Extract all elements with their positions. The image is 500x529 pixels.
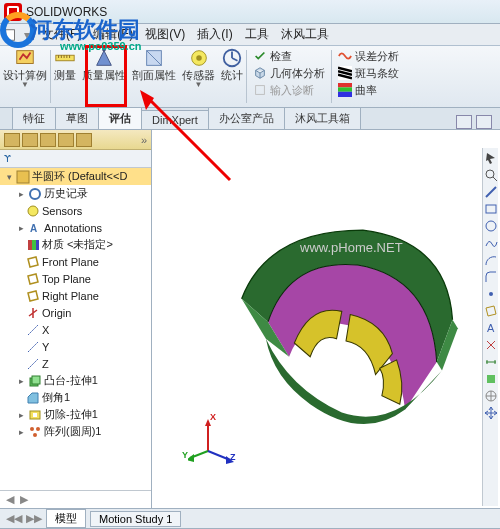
layout-icon[interactable] bbox=[456, 115, 472, 129]
tree-origin[interactable]: Origin bbox=[0, 304, 151, 321]
tree-material[interactable]: 材质 <未指定> bbox=[0, 236, 151, 253]
tree-axis-z[interactable]: Z bbox=[0, 355, 151, 372]
svg-point-40 bbox=[489, 292, 493, 296]
tree-front-plane[interactable]: Front Plane bbox=[0, 253, 151, 270]
menu-tools[interactable]: 工具 bbox=[239, 24, 275, 45]
svg-rect-8 bbox=[256, 86, 265, 95]
svg-point-16 bbox=[30, 189, 40, 199]
svg-rect-19 bbox=[28, 240, 32, 250]
svg-rect-10 bbox=[338, 83, 352, 87]
annotation-icon: A bbox=[28, 221, 42, 235]
tab-feature[interactable]: 特征 bbox=[12, 107, 56, 129]
trim-tool-icon[interactable] bbox=[484, 338, 498, 352]
tree-root[interactable]: ▾半圆环 (Default<<D bbox=[0, 168, 151, 185]
wave-icon bbox=[338, 49, 352, 63]
extrude-icon bbox=[28, 374, 42, 388]
display-tab-icon[interactable] bbox=[76, 133, 92, 147]
svg-rect-38 bbox=[486, 205, 496, 213]
tree-filter[interactable]: ϒ bbox=[0, 150, 151, 168]
nav-right-icon[interactable]: ▶ bbox=[20, 493, 28, 506]
svg-point-39 bbox=[486, 221, 496, 231]
dim-tool-icon[interactable] bbox=[484, 355, 498, 369]
tree-annotations[interactable]: ▸AAnnotations bbox=[0, 219, 151, 236]
plane-tool-icon[interactable] bbox=[484, 304, 498, 318]
dimxpert-tab-icon[interactable] bbox=[58, 133, 74, 147]
tab-nav-right-icon[interactable]: ▶▶ bbox=[26, 512, 42, 525]
tree-pattern[interactable]: ▸阵列(圆周)1 bbox=[0, 423, 151, 440]
main-area: » ϒ ▾半圆环 (Default<<D ▸历史记录 Sensors ▸AAnn… bbox=[0, 130, 500, 508]
plane-icon bbox=[26, 255, 40, 269]
spline-tool-icon[interactable] bbox=[484, 236, 498, 250]
input-diagnosis-button[interactable]: 输入诊断 bbox=[250, 82, 328, 98]
svg-point-17 bbox=[28, 206, 38, 216]
feature-tree-tab-icon[interactable] bbox=[4, 133, 20, 147]
svg-rect-12 bbox=[338, 92, 352, 97]
material-icon bbox=[26, 238, 40, 252]
design-case-button[interactable]: 设计算例▼ bbox=[0, 46, 50, 107]
part-icon bbox=[16, 170, 30, 184]
tab-nav-left-icon[interactable]: ◀◀ bbox=[6, 512, 22, 525]
text-tool-icon[interactable]: A bbox=[484, 321, 498, 335]
pattern-icon bbox=[28, 425, 42, 439]
error-analysis-button[interactable]: 误差分析 bbox=[335, 48, 402, 64]
tab-mofeng[interactable]: 沐风工具箱 bbox=[284, 107, 361, 129]
menu-insert[interactable]: 插入(I) bbox=[191, 24, 238, 45]
tree-top-plane[interactable]: Top Plane bbox=[0, 270, 151, 287]
view-triad: X Y Z bbox=[188, 416, 238, 468]
measure-button[interactable]: 测量 bbox=[51, 46, 79, 107]
svg-marker-14 bbox=[140, 90, 154, 110]
chamfer-icon bbox=[26, 391, 40, 405]
tree-boss-extrude[interactable]: ▸凸台-拉伸1 bbox=[0, 372, 151, 389]
curvature-button[interactable]: 曲率 bbox=[335, 82, 402, 98]
fillet-tool-icon[interactable] bbox=[484, 270, 498, 284]
menu-mofeng[interactable]: 沐风工具 bbox=[275, 24, 335, 45]
tab-sketch[interactable]: 草图 bbox=[55, 107, 99, 129]
phome-watermark: www.pHome.NET bbox=[300, 240, 403, 255]
layout2-icon[interactable] bbox=[476, 115, 492, 129]
svg-line-36 bbox=[493, 177, 497, 181]
arrow-tool-icon[interactable] bbox=[484, 151, 498, 165]
circle-tool-icon[interactable] bbox=[484, 219, 498, 233]
feature-tree: ▾半圆环 (Default<<D ▸历史记录 Sensors ▸AAnnotat… bbox=[0, 168, 151, 490]
line-tool-icon[interactable] bbox=[484, 185, 498, 199]
tab-model[interactable]: 模型 bbox=[46, 509, 86, 528]
import-icon bbox=[253, 83, 267, 97]
svg-point-6 bbox=[196, 55, 202, 61]
tree-cut-extrude[interactable]: ▸切除-拉伸1 bbox=[0, 406, 151, 423]
mass-properties-button[interactable]: 质量属性 bbox=[79, 46, 129, 107]
svg-marker-32 bbox=[188, 454, 194, 462]
tree-chamfer[interactable]: 倒角1 bbox=[0, 389, 151, 406]
check-icon bbox=[253, 49, 267, 63]
sensor-icon bbox=[188, 47, 210, 69]
nav-left-icon[interactable]: ◀ bbox=[6, 493, 14, 506]
tree-axis-x[interactable]: X bbox=[0, 321, 151, 338]
tree-right-plane[interactable]: Right Plane bbox=[0, 287, 151, 304]
axis-icon bbox=[26, 340, 40, 354]
arc-tool-icon[interactable] bbox=[484, 253, 498, 267]
annotation-arrow bbox=[130, 90, 240, 190]
svg-text:A: A bbox=[30, 223, 37, 234]
relation-tool-icon[interactable] bbox=[484, 372, 498, 386]
geometry-analysis-button[interactable]: 几何体分析 bbox=[250, 65, 328, 81]
zebra-button[interactable]: 斑马条纹 bbox=[335, 65, 402, 81]
svg-rect-15 bbox=[17, 171, 29, 183]
property-tab-icon[interactable] bbox=[22, 133, 38, 147]
magnify-icon[interactable] bbox=[484, 168, 498, 182]
tree-history[interactable]: ▸历史记录 bbox=[0, 185, 151, 202]
svg-rect-20 bbox=[32, 240, 36, 250]
origin-icon bbox=[26, 306, 40, 320]
config-tab-icon[interactable] bbox=[40, 133, 56, 147]
zebra-icon bbox=[338, 66, 352, 80]
rect-tool-icon[interactable] bbox=[484, 202, 498, 216]
quick-snap-icon[interactable] bbox=[484, 389, 498, 403]
point-tool-icon[interactable] bbox=[484, 287, 498, 301]
tree-axis-y[interactable]: Y bbox=[0, 338, 151, 355]
tree-sensors[interactable]: Sensors bbox=[0, 202, 151, 219]
menu-view[interactable]: 视图(V) bbox=[139, 24, 191, 45]
panel-tabs: » bbox=[0, 130, 151, 150]
cut-icon bbox=[28, 408, 42, 422]
check-button[interactable]: 检查 bbox=[250, 48, 328, 64]
move-tool-icon[interactable] bbox=[484, 406, 498, 420]
url-watermark: www.pc0359.cn bbox=[60, 40, 142, 52]
svg-rect-25 bbox=[33, 413, 37, 417]
